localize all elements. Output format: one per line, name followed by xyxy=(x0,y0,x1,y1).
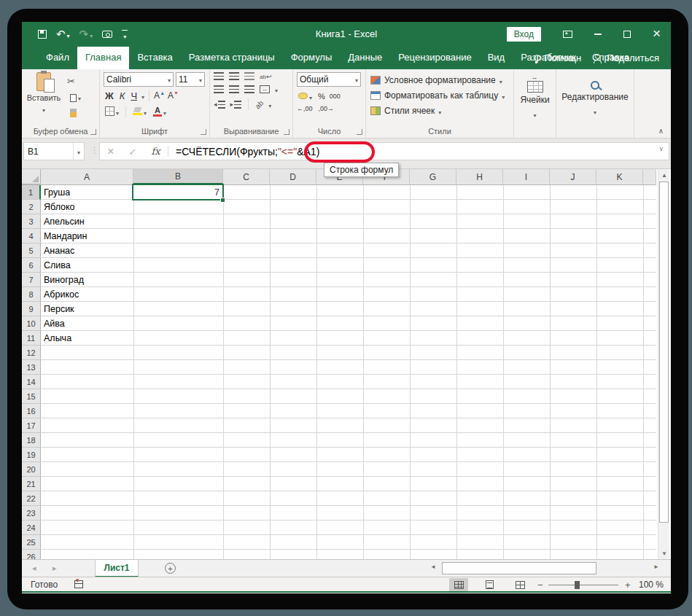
row-header-19[interactable]: 19 xyxy=(22,448,41,462)
cell-styles-button[interactable]: Стили ячеек xyxy=(366,103,513,118)
cell-A6[interactable]: Слива xyxy=(41,258,133,273)
dialog-launcher-icon[interactable] xyxy=(284,129,289,135)
scroll-down-icon[interactable]: ▼ xyxy=(658,547,670,559)
page-layout-view-button[interactable] xyxy=(480,578,499,591)
dialog-launcher-icon[interactable] xyxy=(201,129,206,135)
scroll-right-icon[interactable]: ► xyxy=(653,564,659,570)
cut-button[interactable] xyxy=(66,74,82,87)
row-header-25[interactable]: 25 xyxy=(22,535,41,550)
column-header-J[interactable]: J xyxy=(550,169,596,184)
cell-A10[interactable]: Айва xyxy=(41,316,133,331)
row-header-10[interactable]: 10 xyxy=(22,316,41,331)
row-header-16[interactable]: 16 xyxy=(22,404,41,418)
row-header-13[interactable]: 13 xyxy=(22,360,41,375)
tab-Формулы[interactable]: Формулы xyxy=(283,47,341,69)
underline-button[interactable]: Ч xyxy=(129,90,139,101)
cancel-icon[interactable] xyxy=(100,145,122,158)
login-button[interactable]: Вход xyxy=(507,27,541,42)
row-header-8[interactable]: 8 xyxy=(22,287,41,302)
zoom-slider-thumb[interactable] xyxy=(575,581,580,589)
cell-A9[interactable]: Персик xyxy=(41,302,133,316)
undo-button[interactable] xyxy=(56,28,70,41)
paste-button[interactable]: Вставить xyxy=(26,72,62,119)
page-break-view-button[interactable] xyxy=(510,578,529,591)
row-header-5[interactable]: 5 xyxy=(22,243,41,258)
comma-style-button[interactable]: 000 xyxy=(330,93,341,100)
wrap-text-button[interactable]: ab xyxy=(260,73,271,80)
column-header-G[interactable]: G xyxy=(410,169,456,184)
column-header-B[interactable]: B xyxy=(133,169,223,184)
cells-button[interactable]: Ячейки xyxy=(514,81,556,120)
row-header-14[interactable]: 14 xyxy=(22,375,41,389)
column-header-C[interactable]: C xyxy=(223,169,270,184)
selected-cell-B1[interactable]: 7 xyxy=(132,184,224,200)
scroll-up-icon[interactable]: ▲ xyxy=(658,169,670,181)
collapse-ribbon-button[interactable] xyxy=(658,127,664,135)
fill-handle[interactable] xyxy=(220,198,225,203)
row-header-24[interactable]: 24 xyxy=(22,521,41,535)
select-all-corner[interactable] xyxy=(22,169,41,184)
column-header-D[interactable]: D xyxy=(270,169,316,184)
merge-center-button[interactable] xyxy=(260,85,270,93)
font-size-combo[interactable]: 11 xyxy=(176,72,205,87)
row-header-22[interactable]: 22 xyxy=(22,491,41,506)
row-header-1[interactable]: 1 xyxy=(22,185,41,200)
cell-A3[interactable]: Апельсин xyxy=(41,214,133,229)
zoom-out-button[interactable]: − xyxy=(537,580,543,590)
next-sheet-icon[interactable]: ▸ xyxy=(53,564,57,573)
enter-icon[interactable] xyxy=(122,145,144,158)
zoom-slider[interactable] xyxy=(548,585,618,585)
zoom-in-button[interactable]: + xyxy=(625,580,631,590)
align-top-button[interactable] xyxy=(214,72,224,80)
font-name-combo[interactable]: Calibri xyxy=(104,72,174,87)
close-button[interactable] xyxy=(653,28,661,41)
prev-sheet-icon[interactable]: ◂ xyxy=(32,564,36,573)
row-header-11[interactable]: 11 xyxy=(22,331,41,346)
tab-Файл[interactable]: Файл xyxy=(38,47,77,69)
align-right-button[interactable] xyxy=(244,85,254,93)
row-header-18[interactable]: 18 xyxy=(22,433,41,448)
cell-A7[interactable]: Виноград xyxy=(41,273,133,287)
column-header-I[interactable]: I xyxy=(503,169,550,184)
new-sheet-button[interactable] xyxy=(165,563,176,574)
copy-button[interactable] xyxy=(66,90,82,104)
fill-color-button[interactable] xyxy=(131,104,148,118)
vertical-scrollbar[interactable]: ▲ ▼ xyxy=(658,169,669,559)
row-header-3[interactable]: 3 xyxy=(22,214,41,229)
row-header-17[interactable]: 17 xyxy=(22,418,41,433)
expand-formula-bar-icon[interactable] xyxy=(658,145,664,152)
horizontal-scroll-thumb[interactable] xyxy=(442,562,596,574)
macro-record-icon[interactable] xyxy=(74,580,83,588)
editing-button[interactable]: Редактирование xyxy=(556,79,634,117)
sheet[interactable]: ▲ ▼ ABCDEFGHIJK1234567891011121314151617… xyxy=(22,169,671,559)
vertical-scroll-thumb[interactable] xyxy=(659,182,669,523)
row-header-20[interactable]: 20 xyxy=(22,462,41,477)
increase-decimal-button[interactable]: ←,00 xyxy=(297,105,313,112)
redo-button[interactable] xyxy=(79,28,93,41)
cell-A5[interactable]: Ананас xyxy=(41,243,133,258)
column-header-H[interactable]: H xyxy=(456,169,503,184)
cell-A1[interactable]: Груша xyxy=(41,185,133,200)
row-header-15[interactable]: 15 xyxy=(22,389,41,404)
zoom-level[interactable]: 100 % xyxy=(639,580,664,590)
accounting-format-button[interactable] xyxy=(297,89,314,103)
row-header-4[interactable]: 4 xyxy=(22,229,41,243)
conditional-formatting-button[interactable]: Условное форматирование xyxy=(366,72,513,87)
borders-button[interactable] xyxy=(104,104,120,118)
tab-Рецензирование[interactable]: Рецензирование xyxy=(390,47,479,69)
cell-A11[interactable]: Алыча xyxy=(41,331,133,346)
tab-Главная[interactable]: Главная xyxy=(77,47,129,69)
row-header-12[interactable]: 12 xyxy=(22,346,41,360)
tab-Вид[interactable]: Вид xyxy=(480,47,513,69)
decrease-indent-button[interactable]: ◂ xyxy=(214,101,225,109)
row-header-21[interactable]: 21 xyxy=(22,477,41,491)
tab-Вставка[interactable]: Вставка xyxy=(129,47,180,69)
cell-A2[interactable]: Яблоко xyxy=(41,200,133,214)
percent-button[interactable]: % xyxy=(318,92,325,101)
save-button[interactable] xyxy=(38,30,47,39)
row-header-2[interactable]: 2 xyxy=(22,200,41,214)
row-header-9[interactable]: 9 xyxy=(22,302,41,316)
row-header-7[interactable]: 7 xyxy=(22,273,41,287)
align-middle-button[interactable] xyxy=(229,72,239,80)
increase-indent-button[interactable]: ▸ xyxy=(230,101,242,109)
